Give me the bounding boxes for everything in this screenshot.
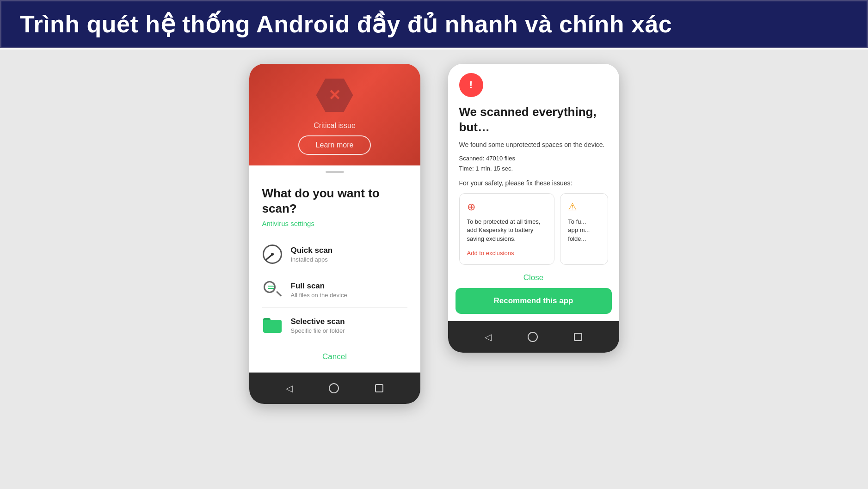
issue-2-text: To fu...app m...folde... [568, 218, 600, 243]
android-nav-right: ◁ [448, 321, 619, 353]
scanned-title: We scanned everything, but… [459, 104, 608, 134]
nav-home-button-right[interactable] [528, 332, 538, 342]
issue-card-2: ⚠ To fu...app m...folde... [560, 193, 608, 265]
scanned-description: We found some unprotected spaces on the … [459, 140, 608, 150]
x-icon: ✕ [328, 88, 341, 103]
nav-back-button[interactable]: ◁ [286, 383, 293, 394]
speedometer-icon [263, 245, 282, 264]
folder-body [263, 320, 282, 333]
nav-recent-button-right[interactable] [574, 333, 582, 341]
quick-scan-icon [262, 244, 283, 264]
critical-icon-container: ✕ [314, 74, 356, 116]
warning-circle: ! [459, 73, 483, 97]
issue-1-text: To be protected at all times, add Kasper… [467, 218, 547, 243]
full-scan-option[interactable]: Full scan All files on the device [262, 272, 407, 308]
critical-label: Critical issue [314, 122, 356, 130]
nav-recent-button[interactable] [375, 384, 383, 392]
antivirus-settings-link[interactable]: Antivirus settings [262, 220, 407, 227]
header-title: Trình quét hệ thống Android đầy đủ nhanh… [20, 10, 848, 38]
header-banner: Trình quét hệ thống Android đầy đủ nhanh… [0, 0, 868, 48]
full-scan-icon [262, 280, 283, 300]
selective-scan-name: Selective scan [291, 317, 345, 326]
quick-scan-option[interactable]: Quick scan Installed apps [262, 237, 407, 272]
content-area: ✕ Critical issue Learn more What do you … [0, 50, 868, 489]
folder-icon [263, 318, 282, 333]
issue-1-icon: ⊕ [467, 201, 547, 213]
scan-results-panel: ! We scanned everything, but… We found s… [448, 64, 619, 265]
selective-scan-desc: Specific file or folder [291, 327, 345, 334]
add-exclusions-link[interactable]: Add to exclusions [467, 250, 514, 257]
recommend-button[interactable]: Recommend this app [456, 288, 612, 314]
scan-stats: Scanned: 47010 files Time: 1 min. 15 sec… [459, 153, 608, 174]
cancel-button[interactable]: Cancel [322, 352, 347, 361]
files-scanned: Scanned: 47010 files [459, 153, 608, 164]
line-2 [268, 288, 274, 289]
safety-label: For your safety, please fix these issues… [459, 179, 608, 187]
hex-shape: ✕ [316, 79, 353, 112]
phone-top-section: ✕ Critical issue Learn more [249, 64, 420, 165]
full-scan-name: Full scan [291, 281, 347, 291]
back-icon: ◁ [286, 383, 293, 394]
learn-more-button[interactable]: Learn more [298, 135, 371, 155]
back-icon-right: ◁ [485, 331, 492, 342]
magnifier-lines [268, 286, 274, 289]
warning-icon: ! [469, 79, 473, 91]
nav-back-button-right[interactable]: ◁ [485, 331, 492, 342]
quick-scan-desc: Installed apps [291, 256, 333, 263]
line-1 [268, 286, 274, 287]
android-nav-left: ◁ [249, 373, 420, 404]
selective-scan-icon [262, 315, 283, 336]
close-button[interactable]: Close [523, 273, 543, 282]
scan-panel: What do you want to scan? Antivirus sett… [249, 177, 420, 343]
magnifier-icon [264, 281, 281, 299]
issue-cards: ⊕ To be protected at all times, add Kasp… [459, 193, 608, 265]
full-scan-desc: All files on the device [291, 292, 347, 299]
selective-scan-option[interactable]: Selective scan Specific file or folder [262, 308, 407, 343]
issue-card-1: ⊕ To be protected at all times, add Kasp… [459, 193, 555, 265]
scan-panel-title: What do you want to scan? [262, 186, 407, 216]
drag-handle [326, 171, 344, 173]
quick-scan-name: Quick scan [291, 246, 333, 255]
phone-left: ✕ Critical issue Learn more What do you … [249, 64, 420, 404]
magnifier-glass [264, 281, 276, 293]
scan-time: Time: 1 min. 15 sec. [459, 164, 608, 174]
magnifier-handle [276, 291, 282, 297]
nav-home-button[interactable] [329, 383, 339, 393]
issue-2-icon: ⚠ [568, 201, 600, 213]
full-scan-text: Full scan All files on the device [291, 281, 347, 299]
cancel-btn-container: Cancel [249, 343, 420, 373]
phone-right: ! We scanned everything, but… We found s… [448, 64, 619, 353]
selective-scan-text: Selective scan Specific file or folder [291, 317, 345, 334]
speedometer-dot [271, 253, 274, 256]
quick-scan-text: Quick scan Installed apps [291, 246, 333, 263]
close-btn-container: Close [448, 265, 619, 288]
